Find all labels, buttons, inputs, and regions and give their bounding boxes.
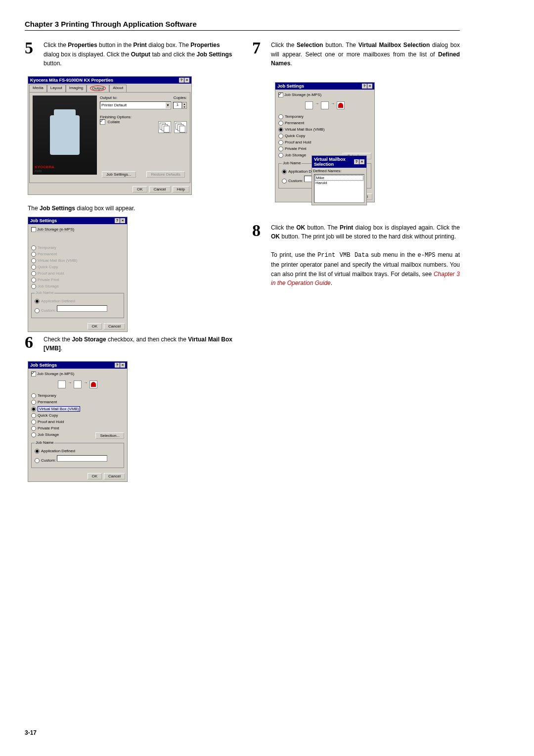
cancel-button[interactable]: Cancel bbox=[149, 186, 171, 192]
tab-layout[interactable]: Layout bbox=[47, 85, 66, 92]
dialog-titlebar[interactable]: Kyocera Mita FS-9100DN KX Properties ? × bbox=[28, 77, 191, 84]
storage-icon bbox=[58, 380, 66, 388]
selection-button[interactable]: Selection... bbox=[95, 432, 124, 439]
ok-button[interactable]: OK bbox=[133, 186, 147, 192]
list-item[interactable]: Mike bbox=[315, 175, 363, 181]
job-storage-label: Job Storage (e-MPS) bbox=[37, 227, 74, 232]
radio-vmb[interactable] bbox=[31, 407, 36, 412]
help-icon[interactable]: ? bbox=[354, 159, 359, 164]
job-settings-dialog-vmb: Job Settings ?× Job Storage (e-MPS) → → … bbox=[28, 361, 128, 482]
help-icon[interactable]: ? bbox=[115, 363, 120, 368]
radio-vmb[interactable] bbox=[278, 127, 283, 132]
dialog-titlebar[interactable]: Virtual Mailbox Selection ?× bbox=[312, 156, 366, 168]
step-body: Click the Properties button in the Print… bbox=[44, 41, 232, 68]
radio-proofhold[interactable] bbox=[31, 420, 36, 425]
printer-icon bbox=[321, 101, 329, 109]
dialog-titlebar[interactable]: Job Settings ?× bbox=[275, 83, 374, 90]
radio-quickcopy[interactable] bbox=[278, 134, 283, 139]
radio-jobstorage[interactable] bbox=[31, 432, 36, 437]
cancel-button[interactable]: Cancel bbox=[104, 473, 125, 479]
step-number: 6 bbox=[25, 335, 38, 353]
help-icon[interactable]: ? bbox=[362, 84, 367, 89]
radio-private[interactable] bbox=[31, 426, 36, 431]
step-number: 8 bbox=[252, 223, 265, 288]
opt-jobstorage: Job Storage bbox=[38, 284, 59, 288]
cancel-button[interactable]: Cancel bbox=[104, 323, 125, 330]
finishing-label: Finishing Options: bbox=[100, 115, 187, 119]
collate-icon-2[interactable] bbox=[174, 121, 187, 133]
ok-button[interactable]: OK bbox=[88, 323, 102, 330]
spinner-down-icon[interactable]: ▼ bbox=[182, 105, 186, 108]
tabs: Media Layout Imaging Output About bbox=[28, 84, 191, 92]
job-storage-checkbox[interactable] bbox=[31, 227, 36, 232]
custom-input[interactable] bbox=[57, 455, 107, 462]
person-icon bbox=[89, 380, 97, 388]
step-body: Check the Job Storage checkbox, and then… bbox=[44, 335, 232, 353]
step-7: 7 Click the Selection button. The Virtua… bbox=[252, 41, 460, 68]
dialog-titlebar[interactable]: Job Settings ?× bbox=[28, 362, 127, 369]
names-listbox[interactable]: Mike Harold bbox=[314, 174, 364, 203]
collate-checkbox[interactable] bbox=[100, 119, 105, 125]
close-icon[interactable]: × bbox=[359, 159, 364, 164]
step5-caption: The Job Settings dialog box will appear. bbox=[28, 205, 229, 212]
job-settings-button[interactable]: Job Settings... bbox=[102, 171, 136, 178]
storage-icon bbox=[305, 101, 313, 109]
copies-input[interactable]: 1 bbox=[173, 102, 182, 109]
close-icon[interactable]: × bbox=[120, 363, 125, 368]
job-settings-dialog-disabled: Job Settings ?× Job Storage (e-MPS) Temp… bbox=[28, 217, 128, 332]
defined-names-label: Defined Names: bbox=[313, 169, 365, 173]
radio-appdefined[interactable] bbox=[282, 169, 287, 174]
job-storage-checkbox[interactable] bbox=[31, 372, 36, 377]
job-storage-label: Job Storage (e-MPS) bbox=[37, 372, 74, 376]
opt-custom: Custom: bbox=[41, 308, 56, 313]
radio-custom[interactable] bbox=[35, 458, 40, 463]
radio-permanent[interactable] bbox=[31, 400, 36, 405]
radio-temporary[interactable] bbox=[31, 393, 36, 398]
close-icon[interactable]: × bbox=[184, 78, 189, 83]
job-storage-checkbox[interactable] bbox=[278, 93, 283, 97]
radio-jobstorage[interactable] bbox=[278, 153, 283, 158]
dialog-title: Virtual Mailbox Selection bbox=[314, 157, 354, 167]
custom-input bbox=[57, 305, 107, 312]
person-icon bbox=[337, 101, 345, 109]
help-icon[interactable]: ? bbox=[115, 218, 120, 223]
radio-temporary[interactable] bbox=[278, 114, 283, 119]
printer-preview: KYOCERA mita bbox=[33, 95, 97, 175]
ok-button[interactable]: OK bbox=[88, 473, 102, 479]
tab-media[interactable]: Media bbox=[29, 85, 47, 92]
left-column: 5 Click the Properties button in the Pri… bbox=[25, 41, 232, 485]
close-icon[interactable]: × bbox=[367, 84, 372, 89]
radio-private[interactable] bbox=[278, 146, 283, 151]
opt-permanent: Permanent bbox=[38, 252, 57, 256]
step-6: 6 Check the Job Storage checkbox, and th… bbox=[25, 335, 232, 353]
dialog-title: Kyocera Mita FS-9100DN KX Properties bbox=[30, 78, 113, 83]
radio-permanent[interactable] bbox=[278, 121, 283, 126]
opt-temporary: Temporary bbox=[38, 245, 56, 250]
help-button[interactable]: Help bbox=[173, 186, 189, 192]
tab-imaging[interactable]: Imaging bbox=[66, 85, 87, 92]
opt-quickcopy: Quick Copy bbox=[38, 265, 58, 269]
output-dropdown[interactable]: Printer Default bbox=[100, 101, 171, 109]
printer-icon bbox=[74, 380, 82, 388]
radio-custom[interactable] bbox=[282, 179, 287, 184]
copies-label: Copies: bbox=[174, 95, 187, 100]
list-item[interactable]: Harold bbox=[315, 181, 363, 185]
restore-defaults-button[interactable]: Restore Defaults bbox=[146, 171, 185, 178]
tab-about[interactable]: About bbox=[109, 85, 127, 92]
step-body: Click the OK button. The Print dialog bo… bbox=[271, 223, 460, 288]
radio-proofhold[interactable] bbox=[278, 140, 283, 145]
help-icon[interactable]: ? bbox=[179, 78, 184, 83]
step-5: 5 Click the Properties button in the Pri… bbox=[25, 41, 232, 68]
output-to-label: Output to: bbox=[100, 95, 117, 100]
opt-private: Private Print bbox=[38, 278, 59, 282]
radio-quickcopy[interactable] bbox=[31, 413, 36, 418]
jobname-legend: Job Name bbox=[35, 290, 54, 295]
close-icon[interactable]: × bbox=[120, 218, 125, 223]
radio-appdefined[interactable] bbox=[35, 449, 40, 454]
collate-icon-1[interactable] bbox=[158, 121, 171, 133]
tab-output[interactable]: Output bbox=[87, 85, 109, 92]
dialog-title: Job Settings bbox=[277, 84, 304, 89]
jobname-legend: Job Name bbox=[35, 440, 54, 445]
step-8: 8 Click the OK button. The Print dialog … bbox=[252, 223, 460, 288]
dialog-titlebar[interactable]: Job Settings ?× bbox=[28, 217, 127, 224]
